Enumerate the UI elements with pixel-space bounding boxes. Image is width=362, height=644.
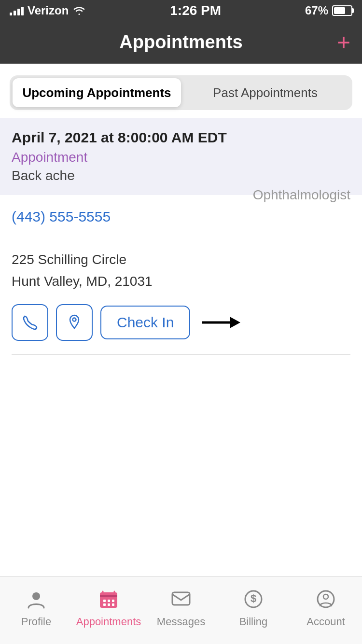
svg-point-0 — [73, 318, 76, 321]
svg-rect-9 — [108, 600, 110, 602]
appointment-date: April 7, 2021 at 8:00:00 AM EDT — [12, 129, 350, 146]
battery-percent: 67% — [305, 4, 328, 17]
carrier-label: Verizon — [28, 4, 69, 17]
svg-rect-14 — [172, 592, 190, 605]
profile-tab-label: Profile — [21, 616, 51, 628]
location-button[interactable] — [56, 304, 93, 341]
checkin-button[interactable]: Check In — [100, 306, 190, 339]
tab-billing[interactable]: $ Billing — [217, 586, 290, 628]
add-appointment-button[interactable]: + — [337, 31, 350, 54]
svg-rect-8 — [103, 600, 106, 602]
wifi-icon — [72, 6, 86, 15]
status-left: Verizon — [10, 4, 86, 17]
location-pin-icon — [66, 314, 83, 331]
signal-bars-icon — [10, 6, 24, 15]
svg-rect-13 — [112, 603, 114, 606]
address-line1: 225 Schilling Circle — [12, 249, 350, 271]
action-row: Check In — [12, 304, 350, 352]
tab-upcoming[interactable]: Upcoming Appointments — [13, 78, 181, 107]
tab-account[interactable]: Account — [290, 586, 362, 628]
appointment-specialty: Ophthalmologist — [253, 187, 350, 203]
tab-profile[interactable]: Profile — [0, 586, 72, 628]
appointment-phone[interactable]: (443) 555-5555 — [12, 209, 111, 225]
tab-past[interactable]: Past Appointments — [181, 78, 349, 107]
account-icon — [312, 586, 339, 613]
svg-marker-2 — [230, 317, 240, 328]
messages-icon — [167, 586, 195, 613]
svg-rect-5 — [100, 595, 117, 597]
page-title: Appointments — [119, 32, 242, 53]
tab-appointments[interactable]: Appointments — [72, 586, 145, 628]
svg-text:$: $ — [251, 592, 256, 604]
billing-icon: $ — [240, 586, 267, 613]
status-time: 1:26 PM — [170, 3, 221, 18]
appointments-tab-label: Appointments — [76, 616, 141, 628]
status-bar: Verizon 1:26 PM 67% — [0, 0, 362, 21]
appointment-details: (443) 555-5555 Ophthalmologist 225 Schil… — [0, 195, 362, 366]
appointment-reason: Back ache — [12, 168, 350, 183]
billing-tab-label: Billing — [239, 616, 268, 628]
tab-switcher: Upcoming Appointments Past Appointments — [10, 75, 352, 110]
arrow-indicator — [202, 314, 240, 331]
tab-messages[interactable]: Messages — [145, 586, 217, 628]
arrow-icon — [202, 314, 240, 331]
call-button[interactable] — [12, 304, 48, 341]
nav-bar: Appointments + — [0, 21, 362, 64]
address-line2: Hunt Valley, MD, 21031 — [12, 271, 350, 293]
appointment-type: Appointment — [12, 150, 350, 165]
divider — [12, 354, 350, 355]
profile-icon — [23, 586, 50, 613]
appointments-icon — [95, 586, 122, 613]
battery-icon — [332, 5, 352, 16]
phone-icon — [21, 314, 39, 331]
svg-point-3 — [32, 592, 40, 600]
messages-tab-label: Messages — [157, 616, 205, 628]
svg-rect-12 — [108, 603, 110, 606]
svg-rect-10 — [112, 600, 114, 602]
appointment-header: April 7, 2021 at 8:00:00 AM EDT Appointm… — [0, 118, 362, 195]
svg-point-18 — [323, 594, 328, 599]
bottom-tab-bar: Profile Appointments — [0, 576, 362, 644]
status-right: 67% — [305, 4, 352, 17]
appointment-address: 225 Schilling Circle Hunt Valley, MD, 21… — [12, 230, 350, 293]
account-tab-label: Account — [306, 616, 345, 628]
svg-rect-11 — [103, 603, 106, 606]
